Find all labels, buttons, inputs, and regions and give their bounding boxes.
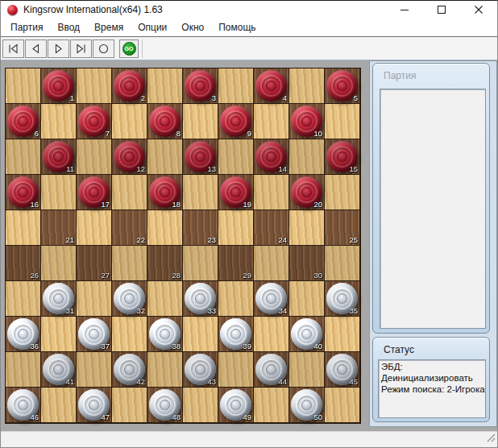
board-square-41[interactable]: 41 (41, 352, 77, 388)
board-square-47[interactable]: 47 (77, 388, 112, 423)
minimize-button[interactable] (386, 1, 423, 19)
board-square-light[interactable] (6, 281, 41, 317)
board-square-light[interactable] (254, 317, 289, 352)
board-square-28[interactable]: 28 (147, 246, 183, 281)
board-square-10[interactable]: 10 (289, 104, 325, 139)
board-square-light[interactable] (112, 175, 147, 210)
board-square-light[interactable] (325, 388, 360, 423)
board-square-1[interactable]: 1 (41, 68, 77, 104)
board-square-19[interactable]: 19 (218, 175, 254, 210)
menu-item-6[interactable]: Помощь (211, 19, 263, 36)
board-square-11[interactable]: 11 (41, 139, 77, 175)
go-button[interactable]: GO (119, 39, 139, 58)
board-square-light[interactable] (112, 246, 147, 281)
board-square-light[interactable] (289, 139, 325, 175)
board-square-light[interactable] (183, 317, 218, 352)
board-square-light[interactable] (41, 175, 77, 210)
board-square-light[interactable] (218, 210, 254, 246)
board-square-12[interactable]: 12 (112, 139, 147, 175)
board-square-42[interactable]: 42 (112, 352, 147, 388)
menu-item-1[interactable]: Партия (3, 19, 50, 36)
board-square-light[interactable] (77, 281, 112, 317)
board-square-25[interactable]: 25 (325, 210, 360, 246)
board-square-33[interactable]: 33 (183, 281, 218, 317)
board-square-49[interactable]: 49 (218, 388, 254, 423)
board-square-35[interactable]: 35 (325, 281, 360, 317)
board-square-13[interactable]: 13 (183, 139, 218, 175)
board-square-light[interactable] (41, 104, 77, 139)
board-square-31[interactable]: 31 (41, 281, 77, 317)
go-to-start-button[interactable] (2, 39, 24, 58)
board-square-light[interactable] (77, 68, 112, 104)
menu-item-3[interactable]: Время (87, 19, 131, 36)
board-square-light[interactable] (6, 139, 41, 175)
game-move-list[interactable] (380, 89, 486, 329)
board-square-17[interactable]: 17 (77, 175, 112, 210)
board-square-6[interactable]: 6 (6, 104, 41, 139)
board-square-light[interactable] (77, 210, 112, 246)
board-square-39[interactable]: 39 (218, 317, 254, 352)
board-square-27[interactable]: 27 (77, 246, 112, 281)
board-square-5[interactable]: 5 (325, 68, 360, 104)
board-square-3[interactable]: 3 (183, 68, 218, 104)
board-square-light[interactable] (6, 352, 41, 388)
board-square-light[interactable] (147, 68, 183, 104)
board-square-22[interactable]: 22 (112, 210, 147, 246)
board-square-29[interactable]: 29 (218, 246, 254, 281)
board-square-36[interactable]: 36 (6, 317, 41, 352)
board-square-46[interactable]: 46 (6, 388, 41, 423)
board-square-light[interactable] (41, 317, 77, 352)
menu-item-4[interactable]: Опции (131, 19, 174, 36)
board-square-light[interactable] (183, 104, 218, 139)
board-square-2[interactable]: 2 (112, 68, 147, 104)
board-square-8[interactable]: 8 (147, 104, 183, 139)
board-square-48[interactable]: 48 (147, 388, 183, 423)
board-square-light[interactable] (6, 210, 41, 246)
board-square-32[interactable]: 32 (112, 281, 147, 317)
board-square-light[interactable] (218, 352, 254, 388)
board-square-7[interactable]: 7 (77, 104, 112, 139)
maximize-button[interactable] (423, 1, 460, 19)
board-square-light[interactable] (289, 281, 325, 317)
board-square-light[interactable] (183, 175, 218, 210)
board-square-light[interactable] (112, 388, 147, 423)
board-square-40[interactable]: 40 (289, 317, 325, 352)
board-square-light[interactable] (41, 246, 77, 281)
resize-grip-icon[interactable] (486, 431, 496, 446)
board-square-light[interactable] (254, 104, 289, 139)
board-square-light[interactable] (289, 210, 325, 246)
board-square-light[interactable] (6, 68, 41, 104)
board-square-light[interactable] (289, 352, 325, 388)
board-square-light[interactable] (218, 281, 254, 317)
board-square-18[interactable]: 18 (147, 175, 183, 210)
board-square-light[interactable] (147, 352, 183, 388)
go-to-end-button[interactable] (70, 39, 92, 58)
board-square-light[interactable] (77, 139, 112, 175)
board-square-light[interactable] (41, 388, 77, 423)
board-square-light[interactable] (112, 104, 147, 139)
board-square-light[interactable] (147, 281, 183, 317)
board-square-light[interactable] (254, 388, 289, 423)
board-square-30[interactable]: 30 (289, 246, 325, 281)
board-square-light[interactable] (77, 352, 112, 388)
board-square-50[interactable]: 50 (289, 388, 325, 423)
board-square-light[interactable] (325, 175, 360, 210)
menu-item-2[interactable]: Ввод (50, 19, 87, 36)
board-square-44[interactable]: 44 (254, 352, 289, 388)
board-square-light[interactable] (147, 139, 183, 175)
board-square-15[interactable]: 15 (325, 139, 360, 175)
step-forward-button[interactable] (48, 39, 69, 58)
board-square-light[interactable] (254, 246, 289, 281)
board-square-light[interactable] (325, 317, 360, 352)
close-button[interactable] (460, 1, 497, 19)
board-square-9[interactable]: 9 (218, 104, 254, 139)
board-square-20[interactable]: 20 (289, 175, 325, 210)
board-square-38[interactable]: 38 (147, 317, 183, 352)
board-square-26[interactable]: 26 (6, 246, 41, 281)
board-square-light[interactable] (147, 210, 183, 246)
board-square-light[interactable] (112, 317, 147, 352)
board-square-light[interactable] (254, 175, 289, 210)
board-square-light[interactable] (183, 246, 218, 281)
circle-toolbar-button[interactable] (93, 39, 114, 58)
step-back-button[interactable] (25, 39, 47, 58)
